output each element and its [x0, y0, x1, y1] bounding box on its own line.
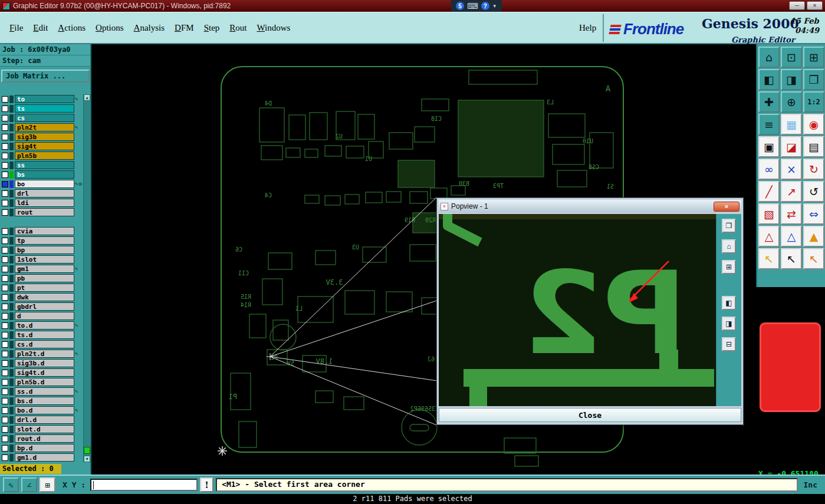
layer-name[interactable]: ss.d [15, 387, 74, 396]
triangle-query-button[interactable]: △ [781, 226, 802, 247]
layer-checkbox[interactable] [2, 285, 8, 291]
layer-name[interactable]: pln2t.d [15, 350, 74, 358]
scroll-down-icon[interactable]: ▼ [84, 456, 90, 462]
layer-checkbox[interactable] [2, 134, 8, 140]
layer-checkbox[interactable] [2, 313, 8, 319]
layer-checkbox[interactable] [2, 200, 8, 206]
angle-measure-button[interactable]: ∠ [21, 477, 37, 492]
layer-row-bp[interactable]: bp [0, 245, 84, 255]
layer-row-sig3b[interactable]: sig3b [0, 132, 84, 141]
layer-row-1slot[interactable]: 1slot [0, 255, 84, 264]
pair-tool-button[interactable]: ∞ [758, 159, 780, 180]
layer-name[interactable]: ss [15, 161, 74, 169]
layer-checkbox[interactable] [2, 407, 8, 414]
layer-checkbox[interactable] [2, 379, 8, 386]
grid-snap-button[interactable]: ⊞ [40, 477, 55, 492]
xy-input[interactable] [90, 479, 198, 491]
layer-checkbox[interactable] [2, 304, 8, 310]
layer-name[interactable]: gm1 [15, 265, 74, 273]
layer-checkbox[interactable] [2, 181, 8, 187]
layer-name[interactable]: ts.d [15, 331, 74, 339]
layer-name[interactable]: bs.d [15, 397, 74, 405]
layer-name[interactable]: pln2t [15, 123, 74, 131]
layer-checkbox[interactable] [2, 454, 8, 461]
layer-row-pb[interactable]: pb [0, 274, 84, 283]
layer-row-bo[interactable]: bo✎⊞ [0, 179, 84, 189]
layer-name[interactable]: pb [15, 274, 74, 282]
layer-row-cs[interactable]: cs [0, 113, 84, 123]
ime-badge-icon[interactable]: 5 [456, 2, 464, 10]
layer-row-gm1[interactable]: gm1✎ [0, 264, 84, 274]
menu-windows[interactable]: Windows [257, 23, 290, 33]
layer-row-slot.d[interactable]: slot.d [0, 424, 84, 434]
zoom-ratio-button[interactable]: 1:2 [803, 91, 824, 113]
swap-dash-button[interactable]: ⇄ [781, 203, 802, 225]
layer-name[interactable]: 1slot [15, 255, 74, 263]
layer-name[interactable]: ts [15, 104, 74, 113]
popview-art[interactable]: P2 [439, 214, 716, 406]
layer-name[interactable]: pln5b [15, 151, 74, 160]
window-tile-button[interactable]: ❐ [803, 69, 824, 90]
layer-row-rout[interactable]: rout [0, 207, 84, 217]
layer-row-bs.d[interactable]: bs.d [0, 396, 84, 406]
popview-close-bar-button[interactable]: Close [439, 408, 741, 422]
alert-button[interactable]: ! [200, 477, 213, 492]
layer-row-to[interactable]: to✎ [0, 94, 84, 104]
select-frame-button[interactable]: ▣ [758, 136, 780, 157]
layer-name[interactable]: bo [15, 180, 74, 188]
layer-row-sig4t[interactable]: sig4t [0, 141, 84, 151]
triangle-outline-button[interactable]: △ [758, 226, 780, 247]
layer-row-ss.d[interactable]: ss.d✎ [0, 387, 84, 396]
rotate-ccw-button[interactable]: ↺ [803, 181, 824, 202]
layer-name[interactable]: bp [15, 246, 74, 254]
menu-actions[interactable]: Actions [58, 23, 86, 33]
layer-name[interactable]: rout.d [15, 434, 74, 443]
popview-window[interactable]: × Popview - 1 × P2 ❐⌂⊞◧◨⊟ Close [436, 197, 744, 425]
layer-row-ts[interactable]: ts [0, 104, 84, 113]
layer-checkbox[interactable] [2, 445, 8, 452]
layer-checkbox[interactable] [2, 209, 8, 216]
color-mode-button[interactable]: ◉ [803, 114, 824, 135]
layer-checkbox[interactable] [2, 256, 8, 263]
layer-checkbox[interactable] [2, 360, 8, 367]
pointer-black-button[interactable]: ↖ [781, 248, 802, 269]
popview-canvas[interactable]: P2 [439, 214, 716, 406]
layer-checkbox[interactable] [2, 398, 8, 404]
layer-name[interactable]: pt [15, 284, 74, 292]
pv-layers-button[interactable]: ⊟ [722, 337, 736, 351]
zoom-overview-rect[interactable] [760, 322, 821, 412]
layer-row-bp.d[interactable]: bp.d [0, 443, 84, 453]
chevron-down-icon[interactable]: ▼ [492, 4, 497, 9]
mirror-tool-button[interactable]: ⇔ [803, 203, 824, 225]
draw-pencil-button[interactable]: ✎ [3, 477, 19, 492]
slope-tool-button[interactable]: ╱ [758, 181, 780, 202]
menu-options[interactable]: Options [96, 23, 124, 33]
layer-name[interactable]: to.d [15, 321, 74, 330]
triangle-fill-button[interactable]: ▲ [803, 226, 824, 247]
rotate-cw-button[interactable]: ↻ [803, 159, 824, 180]
layer-name[interactable]: cvia [15, 227, 74, 235]
menu-file[interactable]: File [9, 23, 23, 33]
pointer-orange-button[interactable]: ↖ [803, 248, 824, 269]
layer-checkbox[interactable] [2, 417, 8, 423]
layer-name[interactable]: to [15, 95, 74, 103]
layer-checkbox[interactable] [2, 172, 8, 178]
layer-name[interactable]: sig4t.d [15, 368, 74, 377]
negative-mode-button[interactable]: ◪ [781, 136, 802, 157]
menu-analysis[interactable]: Analysis [134, 23, 165, 33]
layer-checkbox[interactable] [2, 115, 8, 121]
menu-dfm[interactable]: DFM [175, 23, 194, 33]
layer-row-bo.d[interactable]: bo.d✎ [0, 406, 84, 415]
pv-home-button[interactable]: ⌂ [722, 239, 736, 253]
titlebar[interactable]: Graphic Editor 9.07b2 (00@HY-HYCAM-PC017… [0, 0, 825, 12]
layer-name[interactable]: sig3b [15, 133, 74, 141]
layer-checkbox[interactable] [2, 247, 8, 253]
layer-row-pln5b[interactable]: pln5b [0, 151, 84, 160]
grid-toggle-button[interactable]: ▦ [781, 114, 802, 135]
layer-checkbox[interactable] [2, 436, 8, 442]
layer-row-gbdrl[interactable]: gbdrl [0, 302, 84, 311]
layer-name[interactable]: rout [15, 208, 74, 216]
layer-name[interactable]: drl [15, 189, 74, 197]
layer-row-ss[interactable]: ss [0, 160, 84, 170]
popview-close-button[interactable]: × [714, 202, 739, 212]
